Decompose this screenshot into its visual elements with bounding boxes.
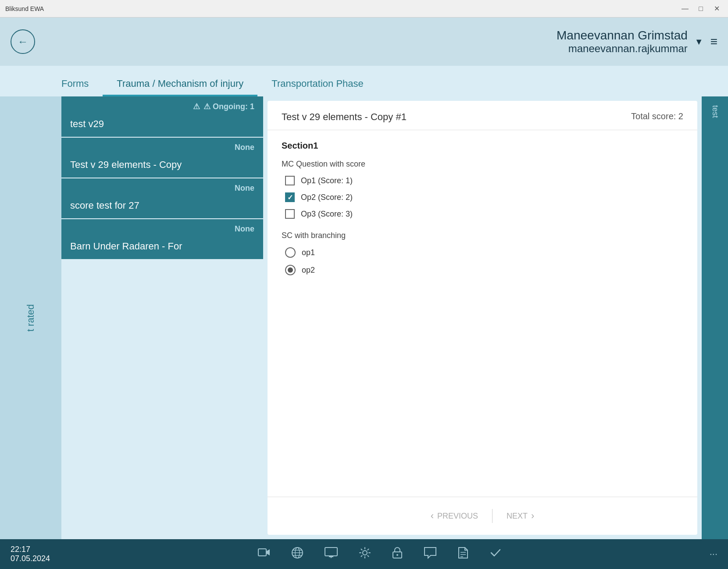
- sidebar-item-score-test[interactable]: None score test for 27: [61, 178, 263, 218]
- option-row-sc-op1: op1: [282, 247, 683, 258]
- form-title: Test v 29 elements - Copy #1: [282, 111, 407, 123]
- check-icon[interactable]: [489, 547, 502, 562]
- left-panel: t rated: [0, 96, 61, 539]
- warning-triangle-icon: ⚠: [193, 102, 200, 111]
- option-row-sc-op2: op2: [282, 265, 683, 275]
- checkbox-op2[interactable]: [285, 192, 295, 202]
- option-row-op1: Op1 (Score: 1): [282, 176, 683, 185]
- tab-transportation[interactable]: Transportation Phase: [257, 73, 378, 96]
- sidebar-item-title-barn: Barn Under Radaren - For: [61, 237, 263, 259]
- sidebar-item-title-test-v29: test v29: [61, 115, 263, 137]
- sidebar-item-title-score: score test for 27: [61, 196, 263, 218]
- sidebar-item-barn[interactable]: None Barn Under Radaren - For: [61, 219, 263, 259]
- sidebar: ⚠ ⚠ Ongoing: 1 test v29 None Test v 29 e…: [61, 96, 263, 539]
- next-button[interactable]: NEXT ›: [492, 506, 548, 526]
- option-label-op3: Op3 (Score: 3): [301, 210, 353, 219]
- titlebar: Bliksund EWA — □ ✕: [0, 0, 728, 18]
- more-button[interactable]: ···: [710, 548, 717, 560]
- radio-sc-op1[interactable]: [285, 247, 296, 258]
- settings-icon[interactable]: [359, 547, 371, 562]
- question-sc-branching: SC with branching op1 op2: [282, 231, 683, 275]
- chat-icon[interactable]: [424, 547, 437, 562]
- option-label-sc-op1: op1: [302, 248, 315, 257]
- tab-trauma[interactable]: Trauma / Mechanism of injury: [103, 73, 257, 96]
- navigation-tabs: Forms Trauma / Mechanism of injury Trans…: [0, 66, 728, 96]
- checkbox-op1[interactable]: [285, 176, 295, 185]
- back-arrow-icon: ←: [18, 36, 28, 48]
- user-details: Maneevannan Grimstad maneevannan.rajkumm…: [557, 28, 688, 55]
- form-panel: Test v 29 elements - Copy #1 Total score…: [268, 101, 697, 535]
- option-row-op2: Op2 (Score: 2): [282, 192, 683, 202]
- monitor-icon[interactable]: [325, 547, 338, 562]
- current-time: 22:17: [11, 545, 50, 554]
- close-button[interactable]: ✕: [710, 3, 723, 15]
- checkbox-op3[interactable]: [285, 209, 295, 219]
- main-content: t rated ⚠ ⚠ Ongoing: 1 test v29 None Tes…: [0, 96, 728, 539]
- form-total-score: Total score: 2: [631, 111, 683, 121]
- document-icon[interactable]: [458, 547, 468, 562]
- header: ← Maneevannan Grimstad maneevannan.rajku…: [0, 18, 728, 66]
- window-controls: — □ ✕: [679, 3, 723, 15]
- left-panel-label: t rated: [25, 304, 36, 331]
- globe-icon[interactable]: [291, 547, 303, 562]
- option-label-sc-op2: op2: [302, 266, 315, 275]
- svg-rect-0: [258, 549, 266, 556]
- question-sc-label: SC with branching: [282, 231, 683, 240]
- dropdown-arrow-icon[interactable]: ▼: [695, 37, 703, 47]
- sidebar-item-header-none-3: None: [61, 219, 263, 237]
- previous-label: PREVIOUS: [437, 512, 478, 521]
- option-row-op3: Op3 (Score: 3): [282, 209, 683, 219]
- right-partial-panel: test: [702, 96, 728, 539]
- maximize-button[interactable]: □: [695, 3, 707, 15]
- form-panel-header: Test v 29 elements - Copy #1 Total score…: [268, 101, 697, 130]
- question-mc-label: MC Question with score: [282, 160, 683, 169]
- username: Maneevannan Grimstad: [557, 28, 688, 43]
- bottom-toolbar: 22:17 07.05.2024: [0, 539, 728, 569]
- sidebar-item-test-v29[interactable]: ⚠ ⚠ Ongoing: 1 test v29: [61, 96, 263, 137]
- question-mc-score: MC Question with score Op1 (Score: 1) Op…: [282, 160, 683, 219]
- form-footer: ‹ PREVIOUS NEXT ›: [268, 497, 697, 535]
- hamburger-menu-icon[interactable]: ≡: [710, 35, 717, 49]
- next-arrow-icon: ›: [531, 510, 534, 522]
- current-date: 07.05.2024: [11, 554, 50, 563]
- option-label-op2: Op2 (Score: 2): [301, 193, 353, 202]
- form-body: Section1 MC Question with score Op1 (Sco…: [268, 130, 697, 497]
- svg-point-10: [363, 551, 367, 555]
- section-title: Section1: [282, 141, 683, 151]
- minimize-button[interactable]: —: [679, 3, 691, 15]
- userid: maneevannan.rajkummar: [557, 43, 688, 55]
- sidebar-item-title-copy: Test v 29 elements - Copy: [61, 156, 263, 178]
- prev-arrow-icon: ‹: [431, 510, 434, 522]
- lock-icon[interactable]: [392, 547, 403, 562]
- back-button[interactable]: ←: [11, 29, 35, 54]
- sidebar-item-header-warning: ⚠ ⚠ Ongoing: 1: [61, 96, 263, 115]
- option-label-op1: Op1 (Score: 1): [301, 176, 353, 185]
- sidebar-item-header-none-2: None: [61, 178, 263, 196]
- previous-button[interactable]: ‹ PREVIOUS: [417, 506, 492, 526]
- video-icon[interactable]: [258, 548, 270, 561]
- svg-rect-7: [325, 548, 337, 556]
- svg-point-12: [396, 554, 398, 556]
- sidebar-item-header-none-1: None: [61, 138, 263, 156]
- time-display: 22:17 07.05.2024: [11, 545, 50, 563]
- user-info-section: Maneevannan Grimstad maneevannan.rajkumm…: [557, 28, 717, 55]
- svg-marker-1: [267, 549, 270, 555]
- app-title: Bliksund EWA: [5, 5, 44, 12]
- next-label: NEXT: [507, 512, 528, 521]
- toolbar-icons: [50, 547, 710, 562]
- radio-sc-op2[interactable]: [285, 265, 296, 275]
- right-partial-label: test: [710, 105, 720, 118]
- tab-forms[interactable]: Forms: [61, 73, 103, 96]
- sidebar-item-test-copy[interactable]: None Test v 29 elements - Copy: [61, 138, 263, 178]
